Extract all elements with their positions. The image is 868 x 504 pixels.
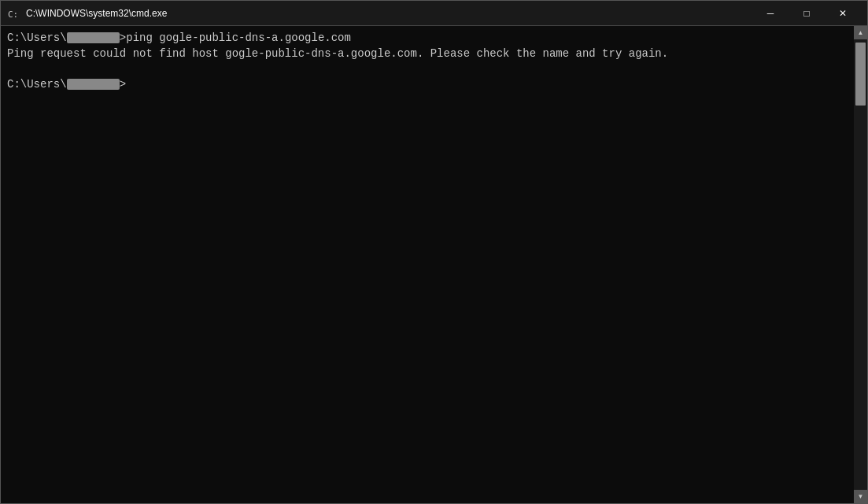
prompt-prefix-2: C:\Users\ — [7, 78, 67, 91]
redacted-username-2 — [67, 79, 120, 90]
window-title: C:\WINDOWS\system32\cmd.exe — [26, 8, 752, 19]
cmd-icon: C: — [7, 7, 20, 20]
scrollbar[interactable]: ▲ ▼ — [854, 26, 867, 503]
terminal-line-4: C:\Users\ > — [7, 77, 848, 93]
terminal-content[interactable]: C:\Users\ >ping gogle-public-dns-a.googl… — [1, 26, 854, 503]
minimize-button[interactable]: ─ — [752, 1, 789, 26]
terminal-body: C:\Users\ >ping gogle-public-dns-a.googl… — [1, 26, 867, 503]
maximize-button[interactable]: □ — [789, 1, 825, 26]
terminal-line-3 — [7, 61, 848, 77]
prompt-arrow: > — [120, 78, 126, 91]
svg-text:C:: C: — [8, 9, 18, 20]
scroll-up-arrow[interactable]: ▲ — [854, 26, 867, 39]
terminal-line-1: C:\Users\ >ping gogle-public-dns-a.googl… — [7, 31, 848, 46]
scrollbar-thumb[interactable] — [855, 43, 866, 106]
prompt-prefix-1: C:\Users\ — [7, 32, 67, 44]
cmd-window: C: C:\WINDOWS\system32\cmd.exe ─ □ ✕ C:\… — [0, 0, 868, 504]
close-button[interactable]: ✕ — [825, 1, 861, 26]
command-text: >ping gogle-public-dns-a.google.com — [120, 32, 351, 44]
titlebar: C: C:\WINDOWS\system32\cmd.exe ─ □ ✕ — [1, 1, 867, 26]
window-controls: ─ □ ✕ — [752, 1, 861, 26]
scroll-down-arrow[interactable]: ▼ — [854, 490, 867, 503]
terminal-line-2: Ping request could not find host gogle-p… — [7, 46, 848, 62]
redacted-username-1 — [67, 32, 120, 43]
